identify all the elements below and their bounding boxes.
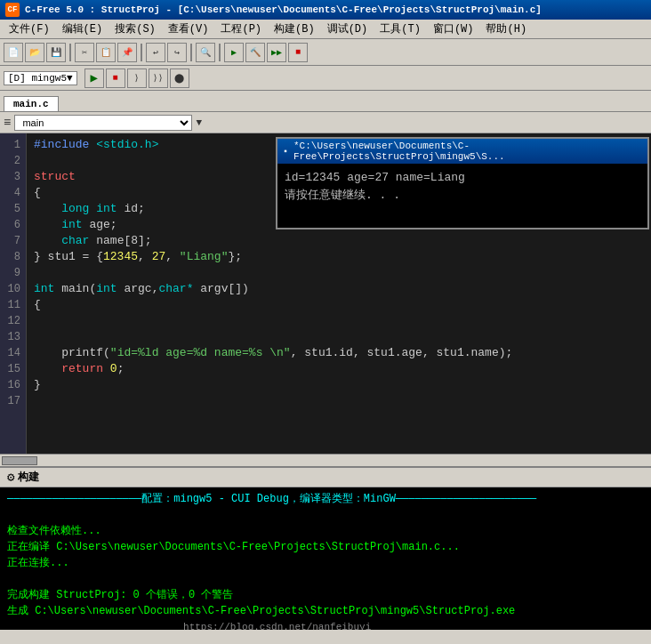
terminal-body: id=12345 age=27 name=Liang 请按任意键继续. . . <box>277 164 647 228</box>
line-num-17: 17 <box>5 393 20 409</box>
line-num-4: 4 <box>5 185 20 201</box>
debug-bar: [D] mingw5 ▼ ▶ ■ ⟩ ⟩⟩ ⬤ <box>0 66 651 91</box>
build-line-url: https://blog.csdn.net/nanfeibuyi <box>7 619 644 630</box>
line-num-8: 8 <box>5 249 20 265</box>
code-line-14: printf("id=%ld age=%d name=%s \n", stu1.… <box>34 345 644 361</box>
terminal-line-2: 请按任意键继续. . . <box>285 187 640 205</box>
build-line-link: 正在连接... <box>7 555 644 571</box>
build-button[interactable]: 🔨 <box>245 43 265 62</box>
scrollbar-thumb[interactable] <box>2 456 37 465</box>
menu-help[interactable]: 帮助(H) <box>480 20 532 38</box>
terminal-title-text: *C:\Users\newuser\Documents\C-Free\Proje… <box>293 141 642 162</box>
tab-main-c[interactable]: main.c <box>4 96 59 111</box>
save-button[interactable]: 💾 <box>46 43 66 62</box>
line-num-16: 16 <box>5 377 20 393</box>
compile-button[interactable]: ▶ <box>224 43 244 62</box>
menu-view[interactable]: 查看(V) <box>163 20 214 38</box>
title-bar: CF C-Free 5.0 : StructProj - [C:\Users\n… <box>0 0 651 20</box>
build-line-gen: 生成 C:\Users\newuser\Documents\C-Free\Pro… <box>7 603 644 619</box>
build-output: ─────────────────────配置：mingw5 - CUI Deb… <box>0 487 651 630</box>
stop-button[interactable]: ■ <box>288 43 308 62</box>
copy-button[interactable]: 📋 <box>96 43 116 62</box>
line-num-3: 3 <box>5 169 20 185</box>
menu-bar: 文件(F) 编辑(E) 搜索(S) 查看(V) 工程(P) 构建(B) 调试(D… <box>0 20 651 39</box>
menu-edit[interactable]: 编辑(E) <box>57 20 108 38</box>
build-line-check: 检查文件依赖性... <box>7 523 644 539</box>
line-numbers: 1 2 3 4 5 6 7 8 9 10 11 12 13 14 15 16 1… <box>0 133 27 454</box>
line-num-9: 9 <box>5 265 20 281</box>
terminal-line-1: id=12345 age=27 name=Liang <box>285 169 640 187</box>
title-text: C-Free 5.0 : StructProj - [C:\Users\newu… <box>25 4 542 15</box>
line-num-14: 14 <box>5 345 20 361</box>
line-num-15: 15 <box>5 361 20 377</box>
line-num-12: 12 <box>5 313 20 329</box>
function-selector[interactable]: main <box>14 115 192 131</box>
build-empty1 <box>7 507 644 523</box>
function-bar: ≡ main ▼ <box>0 112 651 133</box>
line-num-10: 10 <box>5 281 20 297</box>
line-num-7: 7 <box>5 233 20 249</box>
line-num-5: 5 <box>5 201 20 217</box>
debug-step2[interactable]: ⟩⟩ <box>149 68 168 88</box>
function-icon: ≡ <box>4 116 11 130</box>
sep2 <box>141 44 142 61</box>
build-icon: ⚙ <box>7 470 14 485</box>
menu-window[interactable]: 窗口(W) <box>428 20 479 38</box>
undo-button[interactable]: ↩ <box>146 43 165 62</box>
build-config-line: ─────────────────────配置：mingw5 - CUI Deb… <box>7 491 644 507</box>
debug-play[interactable]: ▶ <box>84 68 104 88</box>
code-line-12 <box>34 313 644 329</box>
build-panel: ⚙ 构建 ─────────────────────配置：mingw5 - CU… <box>0 466 651 630</box>
code-line-9 <box>34 265 644 281</box>
build-title: 构建 <box>18 470 39 485</box>
new-button[interactable]: 📄 <box>4 43 23 62</box>
main-toolbar: 📄 📂 💾 ✂ 📋 📌 ↩ ↪ 🔍 ▶ 🔨 ▶▶ ■ <box>0 39 651 66</box>
dropdown-arrow: ▼ <box>196 117 202 128</box>
line-num-6: 6 <box>5 217 20 233</box>
menu-file[interactable]: 文件(F) <box>4 20 55 38</box>
debug-config-selector[interactable]: [D] mingw5 ▼ <box>4 71 77 85</box>
app-icon: CF <box>5 3 20 17</box>
open-button[interactable]: 📂 <box>25 43 44 62</box>
build-line-compile: 正在编译 C:\Users\newuser\Documents\C-Free\P… <box>7 539 644 555</box>
editor-area: 1 2 3 4 5 6 7 8 9 10 11 12 13 14 15 16 1… <box>0 133 651 454</box>
menu-debug[interactable]: 调试(D) <box>322 20 374 38</box>
line-num-1: 1 <box>5 137 20 153</box>
debug-step[interactable]: ⟩ <box>127 68 147 88</box>
code-line-16: } <box>34 377 644 393</box>
menu-project[interactable]: 工程(P) <box>215 20 267 38</box>
debug-toggle-bp[interactable]: ⬤ <box>170 68 189 88</box>
code-line-11: { <box>34 297 644 313</box>
tab-bar: main.c <box>0 91 651 112</box>
horizontal-scrollbar[interactable] <box>0 454 651 466</box>
find-button[interactable]: 🔍 <box>196 43 215 62</box>
menu-build[interactable]: 构建(B) <box>269 20 320 38</box>
code-line-10: int main(int argc,char* argv[]) <box>34 281 644 297</box>
code-line-8: } stu1 = {12345, 27, "Liang"}; <box>34 249 644 265</box>
debug-stop[interactable]: ■ <box>106 68 125 88</box>
build-empty2 <box>7 571 644 587</box>
run-button[interactable]: ▶▶ <box>267 43 286 62</box>
menu-tools[interactable]: 工具(T) <box>374 20 426 38</box>
code-line-17 <box>34 393 644 409</box>
paste-button[interactable]: 📌 <box>117 43 137 62</box>
line-num-2: 2 <box>5 153 20 169</box>
line-num-13: 13 <box>5 329 20 345</box>
line-num-11: 11 <box>5 297 20 313</box>
terminal-title-bar: ▪ *C:\Users\newuser\Documents\C-Free\Pro… <box>277 139 647 164</box>
debug-config-label: [D] mingw5 <box>8 73 67 84</box>
sep4 <box>219 44 221 61</box>
menu-search[interactable]: 搜索(S) <box>109 20 161 38</box>
build-header: ⚙ 构建 <box>0 468 651 487</box>
cut-button[interactable]: ✂ <box>75 43 94 62</box>
sep3 <box>190 44 192 61</box>
redo-button[interactable]: ↪ <box>167 43 187 62</box>
sep1 <box>69 44 71 61</box>
code-line-15: return 0; <box>34 361 644 377</box>
code-line-13 <box>34 329 644 345</box>
build-line-done: 完成构建 StructProj: 0 个错误，0 个警告 <box>7 587 644 603</box>
tab-label: main.c <box>13 99 49 109</box>
terminal-popup: ▪ *C:\Users\newuser\Documents\C-Free\Pro… <box>276 137 649 229</box>
code-line-7: char name[8]; <box>34 233 644 249</box>
terminal-line-3 <box>285 205 640 222</box>
